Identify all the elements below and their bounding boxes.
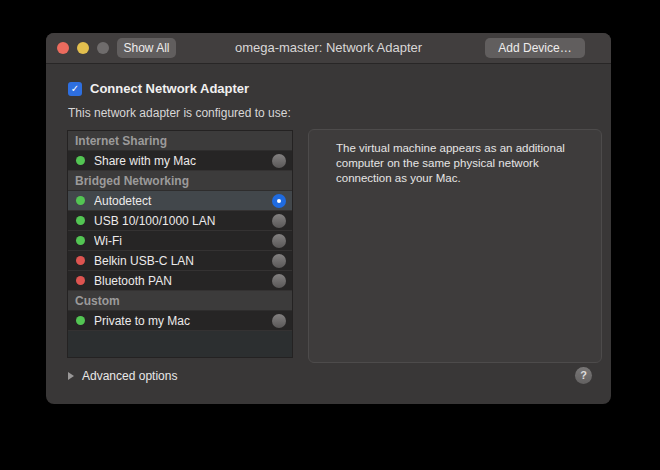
status-dot-green-icon [76,316,85,325]
advanced-options-disclosure[interactable]: Advanced options [68,369,177,383]
zoom-button-disabled [97,42,109,54]
advanced-options-label: Advanced options [82,369,177,383]
status-dot-green-icon [76,236,85,245]
network-options-list: Internet Sharing Share with my Mac Bridg… [67,130,293,358]
list-row-label: Autodetect [94,194,272,208]
radio-selected[interactable] [272,194,286,208]
list-row-label: Wi-Fi [94,234,272,248]
list-row-autodetect[interactable]: Autodetect [68,191,292,211]
settings-window: omega-master: Network Adapter Show All A… [46,33,611,404]
radio-unselected[interactable] [272,314,286,328]
connect-checkbox[interactable]: ✓ [68,82,82,96]
status-dot-red-icon [76,256,85,265]
status-dot-red-icon [76,276,85,285]
list-row-label: USB 10/100/1000 LAN [94,214,272,228]
configured-label: This network adapter is configured to us… [68,106,291,120]
list-row-private-to-my-mac[interactable]: Private to my Mac [68,311,292,331]
close-button[interactable] [57,42,69,54]
connect-label: Connect Network Adapter [90,81,249,96]
show-all-button[interactable]: Show All [117,38,176,58]
disclosure-triangle-icon [68,372,74,380]
list-section-header: Internet Sharing [68,131,292,151]
radio-unselected[interactable] [272,254,286,268]
list-row-label: Share with my Mac [94,154,272,168]
add-device-button[interactable]: Add Device… [485,38,585,58]
description-panel: The virtual machine appears as an additi… [308,129,602,363]
radio-unselected[interactable] [272,154,286,168]
list-row-share-with-my-mac[interactable]: Share with my Mac [68,151,292,171]
radio-unselected[interactable] [272,214,286,228]
list-row-label: Bluetooth PAN [94,274,272,288]
status-dot-green-icon [76,216,85,225]
list-section-header: Custom [68,291,292,311]
status-dot-green-icon [76,156,85,165]
radio-unselected[interactable] [272,274,286,288]
help-button[interactable]: ? [575,367,592,384]
list-row-label: Private to my Mac [94,314,272,328]
list-row-bluetooth-pan[interactable]: Bluetooth PAN [68,271,292,291]
title-bar: omega-master: Network Adapter Show All A… [46,33,611,64]
list-row-label: Belkin USB-C LAN [94,254,272,268]
minimize-button[interactable] [77,42,89,54]
checkmark-icon: ✓ [71,83,79,94]
description-text: The virtual machine appears as an additi… [336,141,583,186]
radio-unselected[interactable] [272,234,286,248]
status-dot-green-icon [76,196,85,205]
list-section-header: Bridged Networking [68,171,292,191]
connect-network-adapter-row: ✓ Connect Network Adapter [68,81,249,96]
list-row-wifi[interactable]: Wi-Fi [68,231,292,251]
list-row-usb-lan[interactable]: USB 10/100/1000 LAN [68,211,292,231]
list-row-belkin-usbc-lan[interactable]: Belkin USB-C LAN [68,251,292,271]
